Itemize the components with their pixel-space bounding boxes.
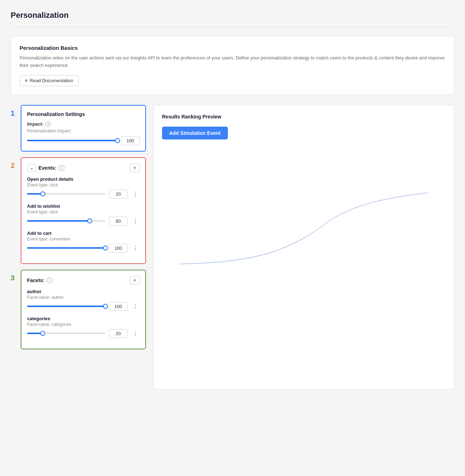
events-add-button[interactable]: +	[130, 164, 140, 172]
read-documentation-button[interactable]: ≡ Read Documentation	[20, 75, 79, 86]
event-2-slider[interactable]	[27, 217, 105, 224]
left-panel: 1 Personalization Settings Impact: i Per…	[11, 105, 146, 355]
events-dropdown-button[interactable]: ⌄	[27, 164, 36, 172]
event-1-name: Open product details	[27, 176, 140, 182]
event-item-2: Add to wishlist Event type: click 80 ⋮	[27, 203, 140, 226]
chart-area	[162, 164, 445, 271]
ranking-chart	[162, 164, 445, 271]
facet-2-menu-button[interactable]: ⋮	[131, 329, 140, 338]
event-3-menu-button[interactable]: ⋮	[131, 244, 140, 252]
doc-button-label: Read Documentation	[30, 78, 73, 83]
page-title: Personalization	[11, 11, 454, 20]
event-2-slider-row: 80 ⋮	[27, 217, 140, 226]
event-3-fill	[27, 247, 105, 249]
event-2-name: Add to wishlist	[27, 203, 140, 209]
facet-item-1: author Facet value: author 100 ⋮	[27, 289, 140, 311]
facet-1-name: author	[27, 289, 140, 294]
event-2-fill	[27, 220, 90, 222]
section-1: 1 Personalization Settings Impact: i Per…	[11, 105, 146, 152]
section-number-3: 3	[11, 270, 21, 349]
personalization-settings-title: Personalization Settings	[27, 111, 140, 117]
event-1-thumb[interactable]	[40, 191, 45, 196]
add-simulation-event-button[interactable]: Add Simulation Event	[162, 127, 228, 139]
event-3-slider-row: 100 ⋮	[27, 244, 140, 253]
facet-1-value-box[interactable]: 100	[109, 302, 127, 311]
facets-add-button[interactable]: +	[130, 276, 140, 285]
event-3-value[interactable]: 100	[109, 244, 127, 253]
facet-2-slider[interactable]	[27, 330, 105, 337]
event-1-slider[interactable]	[27, 190, 105, 197]
facet-1-thumb[interactable]	[103, 304, 108, 309]
event-3-name: Add to cart	[27, 231, 140, 236]
section-number-1: 1	[11, 105, 21, 152]
doc-icon: ≡	[25, 78, 28, 83]
facet-item-2: categories Facet value: categories 20 ⋮	[27, 316, 140, 338]
event-2-menu-button[interactable]: ⋮	[131, 217, 140, 225]
section-number-2: 2	[11, 157, 21, 264]
facets-header: Facets: i +	[27, 276, 140, 285]
event-3-thumb[interactable]	[103, 245, 108, 250]
events-header: ⌄ Events: i +	[27, 164, 140, 172]
event-3-type: Event type: conversion	[27, 237, 140, 242]
divider	[11, 27, 454, 27]
event-1-menu-button[interactable]: ⋮	[131, 190, 140, 198]
facet-1-slider-row: 100 ⋮	[27, 302, 140, 311]
impact-slider-row: 100	[27, 136, 140, 145]
facets-card: Facets: i + author Facet value: author	[21, 270, 146, 349]
facet-2-thumb[interactable]	[40, 331, 45, 336]
event-item-3: Add to cart Event type: conversion 100 ⋮	[27, 231, 140, 253]
event-3-slider[interactable]	[27, 244, 105, 252]
facet-2-value-box[interactable]: 20	[109, 329, 127, 338]
facet-1-slider[interactable]	[27, 303, 105, 310]
facet-1-value: Facet value: author	[27, 295, 140, 300]
section-2: 2 ⌄ Events: i + Open product details Eve…	[11, 157, 146, 264]
basics-card: Personalization Basics Personalization r…	[11, 36, 454, 95]
facets-info-icon: i	[47, 277, 52, 283]
event-item-1: Open product details Event type: click 2…	[27, 176, 140, 199]
right-panel: Results Ranking Preview Add Simulation E…	[153, 105, 454, 390]
facet-2-slider-row: 20 ⋮	[27, 329, 140, 338]
facet-1-menu-button[interactable]: ⋮	[131, 302, 140, 311]
event-1-slider-row: 20 ⋮	[27, 190, 140, 199]
basics-title: Personalization Basics	[20, 45, 445, 51]
events-label: Events:	[38, 165, 57, 171]
event-1-value[interactable]: 20	[109, 190, 127, 199]
personalization-settings-card: Personalization Settings Impact: i Perso…	[21, 105, 146, 152]
impact-slider[interactable]	[27, 137, 117, 144]
impact-info-icon: i	[45, 121, 51, 127]
impact-sub-label: Personalization Impact:	[27, 128, 140, 133]
facets-label: Facets:	[27, 277, 45, 283]
event-1-type: Event type: click	[27, 183, 140, 187]
main-layout: 1 Personalization Settings Impact: i Per…	[11, 105, 454, 390]
section-3: 3 Facets: i + author Facet value: author	[11, 270, 146, 349]
event-2-thumb[interactable]	[87, 218, 92, 223]
facet-2-name: categories	[27, 316, 140, 321]
impact-slider-fill	[27, 140, 117, 141]
event-2-value[interactable]: 80	[109, 217, 127, 226]
facet-1-fill	[27, 306, 105, 307]
events-info-icon: i	[59, 165, 64, 171]
impact-label: Impact: i	[27, 121, 140, 127]
impact-slider-thumb[interactable]	[115, 138, 120, 143]
basics-description: Personalization relies on the user actio…	[20, 54, 445, 69]
impact-value[interactable]: 100	[121, 136, 140, 145]
facet-2-value: Facet value: categories	[27, 322, 140, 327]
event-2-type: Event type: click	[27, 210, 140, 215]
preview-title: Results Ranking Preview	[162, 114, 445, 120]
events-card: ⌄ Events: i + Open product details Event…	[21, 157, 146, 264]
